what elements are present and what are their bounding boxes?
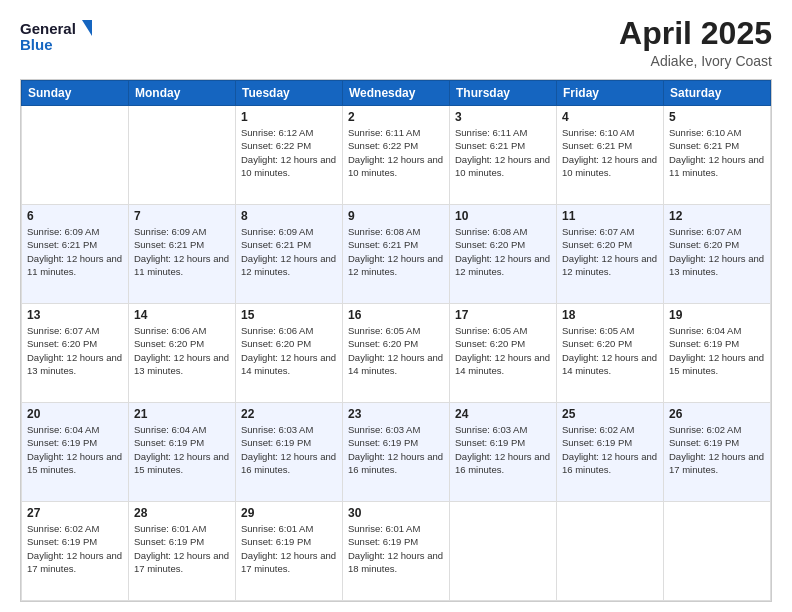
calendar-cell: 28Sunrise: 6:01 AM Sunset: 6:19 PM Dayli… <box>129 502 236 601</box>
calendar-cell: 1Sunrise: 6:12 AM Sunset: 6:22 PM Daylig… <box>236 106 343 205</box>
day-info: Sunrise: 6:04 AM Sunset: 6:19 PM Dayligh… <box>134 423 230 476</box>
day-number: 26 <box>669 407 765 421</box>
col-header-monday: Monday <box>129 81 236 106</box>
day-number: 19 <box>669 308 765 322</box>
day-info: Sunrise: 6:06 AM Sunset: 6:20 PM Dayligh… <box>134 324 230 377</box>
day-number: 28 <box>134 506 230 520</box>
day-number: 4 <box>562 110 658 124</box>
calendar-cell: 6Sunrise: 6:09 AM Sunset: 6:21 PM Daylig… <box>22 205 129 304</box>
calendar-cell: 29Sunrise: 6:01 AM Sunset: 6:19 PM Dayli… <box>236 502 343 601</box>
day-number: 16 <box>348 308 444 322</box>
day-info: Sunrise: 6:01 AM Sunset: 6:19 PM Dayligh… <box>134 522 230 575</box>
svg-text:General: General <box>20 20 76 37</box>
day-info: Sunrise: 6:09 AM Sunset: 6:21 PM Dayligh… <box>241 225 337 278</box>
day-info: Sunrise: 6:04 AM Sunset: 6:19 PM Dayligh… <box>669 324 765 377</box>
day-info: Sunrise: 6:01 AM Sunset: 6:19 PM Dayligh… <box>241 522 337 575</box>
calendar-cell <box>129 106 236 205</box>
calendar-cell <box>450 502 557 601</box>
calendar-cell: 2Sunrise: 6:11 AM Sunset: 6:22 PM Daylig… <box>343 106 450 205</box>
svg-text:Blue: Blue <box>20 36 53 53</box>
calendar-cell: 25Sunrise: 6:02 AM Sunset: 6:19 PM Dayli… <box>557 403 664 502</box>
day-number: 24 <box>455 407 551 421</box>
day-info: Sunrise: 6:08 AM Sunset: 6:21 PM Dayligh… <box>348 225 444 278</box>
day-number: 10 <box>455 209 551 223</box>
calendar-cell <box>664 502 771 601</box>
day-number: 23 <box>348 407 444 421</box>
day-number: 1 <box>241 110 337 124</box>
calendar-cell: 18Sunrise: 6:05 AM Sunset: 6:20 PM Dayli… <box>557 304 664 403</box>
day-number: 21 <box>134 407 230 421</box>
page: General Blue April 2025 Adiake, Ivory Co… <box>0 0 792 612</box>
col-header-tuesday: Tuesday <box>236 81 343 106</box>
day-number: 11 <box>562 209 658 223</box>
calendar-cell: 8Sunrise: 6:09 AM Sunset: 6:21 PM Daylig… <box>236 205 343 304</box>
day-info: Sunrise: 6:11 AM Sunset: 6:22 PM Dayligh… <box>348 126 444 179</box>
day-number: 2 <box>348 110 444 124</box>
subtitle: Adiake, Ivory Coast <box>619 53 772 69</box>
day-info: Sunrise: 6:07 AM Sunset: 6:20 PM Dayligh… <box>669 225 765 278</box>
day-number: 6 <box>27 209 123 223</box>
day-number: 14 <box>134 308 230 322</box>
day-number: 12 <box>669 209 765 223</box>
day-number: 7 <box>134 209 230 223</box>
logo: General Blue <box>20 16 92 58</box>
day-info: Sunrise: 6:10 AM Sunset: 6:21 PM Dayligh… <box>669 126 765 179</box>
main-title: April 2025 <box>619 16 772 51</box>
calendar-cell: 12Sunrise: 6:07 AM Sunset: 6:20 PM Dayli… <box>664 205 771 304</box>
day-info: Sunrise: 6:03 AM Sunset: 6:19 PM Dayligh… <box>348 423 444 476</box>
day-info: Sunrise: 6:02 AM Sunset: 6:19 PM Dayligh… <box>562 423 658 476</box>
day-number: 22 <box>241 407 337 421</box>
day-info: Sunrise: 6:04 AM Sunset: 6:19 PM Dayligh… <box>27 423 123 476</box>
calendar-cell: 20Sunrise: 6:04 AM Sunset: 6:19 PM Dayli… <box>22 403 129 502</box>
calendar-cell: 3Sunrise: 6:11 AM Sunset: 6:21 PM Daylig… <box>450 106 557 205</box>
day-number: 27 <box>27 506 123 520</box>
calendar-cell: 30Sunrise: 6:01 AM Sunset: 6:19 PM Dayli… <box>343 502 450 601</box>
day-number: 8 <box>241 209 337 223</box>
day-number: 30 <box>348 506 444 520</box>
day-info: Sunrise: 6:12 AM Sunset: 6:22 PM Dayligh… <box>241 126 337 179</box>
calendar-cell: 14Sunrise: 6:06 AM Sunset: 6:20 PM Dayli… <box>129 304 236 403</box>
col-header-wednesday: Wednesday <box>343 81 450 106</box>
day-info: Sunrise: 6:01 AM Sunset: 6:19 PM Dayligh… <box>348 522 444 575</box>
day-info: Sunrise: 6:05 AM Sunset: 6:20 PM Dayligh… <box>348 324 444 377</box>
day-info: Sunrise: 6:07 AM Sunset: 6:20 PM Dayligh… <box>27 324 123 377</box>
day-number: 25 <box>562 407 658 421</box>
day-info: Sunrise: 6:02 AM Sunset: 6:19 PM Dayligh… <box>27 522 123 575</box>
header: General Blue April 2025 Adiake, Ivory Co… <box>20 16 772 69</box>
calendar-cell: 23Sunrise: 6:03 AM Sunset: 6:19 PM Dayli… <box>343 403 450 502</box>
calendar-cell: 17Sunrise: 6:05 AM Sunset: 6:20 PM Dayli… <box>450 304 557 403</box>
calendar-cell: 13Sunrise: 6:07 AM Sunset: 6:20 PM Dayli… <box>22 304 129 403</box>
svg-marker-2 <box>82 20 92 36</box>
day-info: Sunrise: 6:05 AM Sunset: 6:20 PM Dayligh… <box>455 324 551 377</box>
day-number: 18 <box>562 308 658 322</box>
logo-svg: General Blue <box>20 16 92 58</box>
day-info: Sunrise: 6:10 AM Sunset: 6:21 PM Dayligh… <box>562 126 658 179</box>
calendar-cell: 5Sunrise: 6:10 AM Sunset: 6:21 PM Daylig… <box>664 106 771 205</box>
calendar: SundayMondayTuesdayWednesdayThursdayFrid… <box>20 79 772 602</box>
day-info: Sunrise: 6:08 AM Sunset: 6:20 PM Dayligh… <box>455 225 551 278</box>
calendar-cell: 27Sunrise: 6:02 AM Sunset: 6:19 PM Dayli… <box>22 502 129 601</box>
day-info: Sunrise: 6:03 AM Sunset: 6:19 PM Dayligh… <box>455 423 551 476</box>
calendar-cell <box>22 106 129 205</box>
day-number: 20 <box>27 407 123 421</box>
day-number: 5 <box>669 110 765 124</box>
col-header-saturday: Saturday <box>664 81 771 106</box>
calendar-cell: 10Sunrise: 6:08 AM Sunset: 6:20 PM Dayli… <box>450 205 557 304</box>
day-info: Sunrise: 6:05 AM Sunset: 6:20 PM Dayligh… <box>562 324 658 377</box>
col-header-friday: Friday <box>557 81 664 106</box>
day-info: Sunrise: 6:07 AM Sunset: 6:20 PM Dayligh… <box>562 225 658 278</box>
col-header-thursday: Thursday <box>450 81 557 106</box>
day-info: Sunrise: 6:06 AM Sunset: 6:20 PM Dayligh… <box>241 324 337 377</box>
day-info: Sunrise: 6:03 AM Sunset: 6:19 PM Dayligh… <box>241 423 337 476</box>
calendar-cell: 21Sunrise: 6:04 AM Sunset: 6:19 PM Dayli… <box>129 403 236 502</box>
calendar-cell: 9Sunrise: 6:08 AM Sunset: 6:21 PM Daylig… <box>343 205 450 304</box>
calendar-cell: 11Sunrise: 6:07 AM Sunset: 6:20 PM Dayli… <box>557 205 664 304</box>
calendar-cell: 7Sunrise: 6:09 AM Sunset: 6:21 PM Daylig… <box>129 205 236 304</box>
col-header-sunday: Sunday <box>22 81 129 106</box>
day-number: 17 <box>455 308 551 322</box>
day-number: 29 <box>241 506 337 520</box>
calendar-cell: 22Sunrise: 6:03 AM Sunset: 6:19 PM Dayli… <box>236 403 343 502</box>
day-info: Sunrise: 6:02 AM Sunset: 6:19 PM Dayligh… <box>669 423 765 476</box>
title-block: April 2025 Adiake, Ivory Coast <box>619 16 772 69</box>
calendar-cell: 16Sunrise: 6:05 AM Sunset: 6:20 PM Dayli… <box>343 304 450 403</box>
